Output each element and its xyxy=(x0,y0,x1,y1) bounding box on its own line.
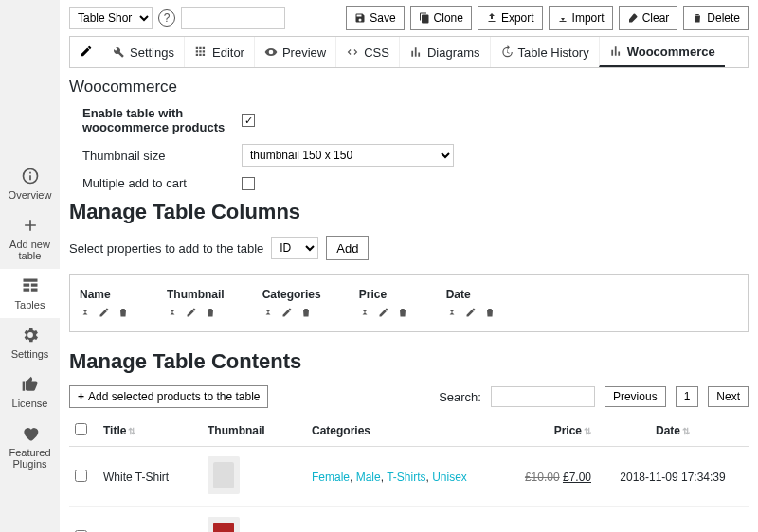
next-page-button[interactable]: Next xyxy=(708,386,749,407)
code-icon xyxy=(346,45,359,59)
column-item[interactable]: Categories xyxy=(262,288,321,318)
info-icon xyxy=(4,167,56,187)
delete-button[interactable]: Delete xyxy=(683,6,749,30)
add-column-button[interactable]: Add xyxy=(326,236,369,260)
section-title-woocommerce: Woocommerce xyxy=(69,78,749,97)
column-item[interactable]: Date xyxy=(446,288,496,318)
select-properties-label: Select properties to add to the table xyxy=(69,241,263,256)
topbar: Table Shor ? Save Clone Export Import Cl… xyxy=(69,6,749,30)
row-checkbox[interactable] xyxy=(75,470,87,482)
chart-icon xyxy=(409,45,423,59)
edit-icon[interactable] xyxy=(186,307,197,318)
category-link[interactable]: Unisex xyxy=(432,470,467,484)
column-item[interactable]: Thumbnail xyxy=(167,288,225,318)
tab-editor[interactable]: Editor xyxy=(184,37,254,67)
property-select[interactable]: ID xyxy=(271,237,318,259)
move-icon[interactable] xyxy=(80,307,91,318)
select-all-checkbox[interactable] xyxy=(75,423,87,435)
tab-css[interactable]: CSS xyxy=(335,37,399,67)
thumbnail-size-label: Thumbnail size xyxy=(82,149,242,163)
trash-icon xyxy=(692,12,703,24)
enable-woocommerce-label: Enable table with woocommerce products xyxy=(82,106,242,134)
col-categories: Categories xyxy=(312,424,370,437)
columns-box: NameThumbnailCategoriesPriceDate xyxy=(69,274,749,332)
move-icon[interactable] xyxy=(262,307,274,318)
page-number[interactable]: 1 xyxy=(676,386,699,407)
section-title-manage-columns: Manage Table Columns xyxy=(69,200,749,224)
previous-page-button[interactable]: Previous xyxy=(605,386,666,407)
tab-diagrams[interactable]: Diagrams xyxy=(399,37,490,67)
products-table: Title⇅ Thumbnail Categories Price⇅ Date⇅… xyxy=(69,416,749,532)
col-price[interactable]: Price xyxy=(554,424,582,437)
col-date[interactable]: Date xyxy=(656,424,680,437)
edit-icon[interactable] xyxy=(378,307,389,318)
add-selected-products-button[interactable]: +Add selected products to the table xyxy=(69,385,268,408)
upload-icon xyxy=(486,12,497,24)
column-item[interactable]: Name xyxy=(80,288,129,318)
edit-icon[interactable] xyxy=(99,307,110,318)
sidebar-item-featured-plugins[interactable]: Featured Plugins xyxy=(0,417,60,477)
clear-button[interactable]: Clear xyxy=(619,6,678,30)
edit-icon[interactable] xyxy=(281,307,293,318)
title-input[interactable] xyxy=(181,7,285,29)
eraser-icon xyxy=(627,12,639,24)
product-price: £10.00 £7.00 xyxy=(493,447,597,507)
category-link[interactable]: T-Shirts xyxy=(387,470,425,484)
tab-settings[interactable]: Settings xyxy=(102,37,184,67)
col-title[interactable]: Title xyxy=(103,424,126,437)
save-icon xyxy=(354,12,366,24)
move-icon[interactable] xyxy=(446,307,458,318)
heart-icon xyxy=(4,424,56,445)
trash-icon[interactable] xyxy=(300,307,312,318)
trash-icon[interactable] xyxy=(484,307,496,318)
column-item[interactable]: Price xyxy=(359,288,408,318)
table-icon xyxy=(4,276,56,297)
thumbs-up-icon xyxy=(4,375,56,396)
tabs: Settings Editor Preview CSS Diagrams Tab… xyxy=(69,36,749,68)
category-link[interactable]: Female xyxy=(312,470,350,484)
clone-icon xyxy=(419,12,430,24)
category-link[interactable]: Male xyxy=(356,470,381,484)
trash-icon[interactable] xyxy=(397,307,408,318)
sidebar-item-tables[interactable]: Tables xyxy=(0,269,60,318)
col-thumbnail: Thumbnail xyxy=(208,424,265,437)
sidebar-item-label: Settings xyxy=(11,348,49,360)
download-icon xyxy=(557,12,568,24)
edit-icon[interactable] xyxy=(465,307,477,318)
move-icon[interactable] xyxy=(359,307,370,318)
tab-preview[interactable]: Preview xyxy=(254,37,335,67)
history-icon xyxy=(500,45,514,59)
clone-button[interactable]: Clone xyxy=(410,6,472,30)
product-date: 2018-11-09 17:34:39 xyxy=(597,507,749,533)
chart-icon xyxy=(609,44,623,58)
admin-sidebar: Overview Add new table Tables Settings L… xyxy=(0,0,60,532)
product-categories: Male, Summer Sale, T-Shirts xyxy=(306,507,493,533)
move-icon[interactable] xyxy=(167,307,178,318)
sidebar-item-settings[interactable]: Settings xyxy=(0,318,60,367)
multiple-add-to-cart-checkbox[interactable] xyxy=(242,177,255,190)
thumbnail-size-select[interactable]: thumbnail 150 x 150 xyxy=(242,144,454,167)
product-date: 2018-11-09 17:34:39 xyxy=(597,447,749,507)
table-row: Red T-Shirt Male, Summer Sale, T-Shirts … xyxy=(69,507,749,533)
sidebar-item-license[interactable]: License xyxy=(0,367,60,417)
sort-icon: ⇅ xyxy=(682,426,690,436)
column-name: Price xyxy=(359,288,408,301)
product-title: Red T-Shirt xyxy=(98,507,202,533)
import-button[interactable]: Import xyxy=(549,6,613,30)
sidebar-item-add-new-table[interactable]: Add new table xyxy=(0,208,60,269)
section-title-manage-contents: Manage Table Contents xyxy=(69,349,749,374)
sidebar-item-overview[interactable]: Overview xyxy=(0,159,60,208)
trash-icon[interactable] xyxy=(117,307,129,318)
tab-woocommerce[interactable]: Woocommerce xyxy=(599,37,725,67)
trash-icon[interactable] xyxy=(205,307,216,318)
export-button[interactable]: Export xyxy=(478,6,543,30)
product-thumbnail xyxy=(208,517,240,532)
table-selector[interactable]: Table Shor xyxy=(69,7,153,29)
sidebar-item-label: License xyxy=(12,398,48,409)
save-button[interactable]: Save xyxy=(346,6,404,30)
product-thumbnail xyxy=(208,456,240,494)
help-icon[interactable]: ? xyxy=(158,9,175,27)
enable-woocommerce-checkbox[interactable] xyxy=(242,114,255,127)
search-input[interactable] xyxy=(491,386,595,407)
tab-history[interactable]: Table History xyxy=(490,37,599,67)
